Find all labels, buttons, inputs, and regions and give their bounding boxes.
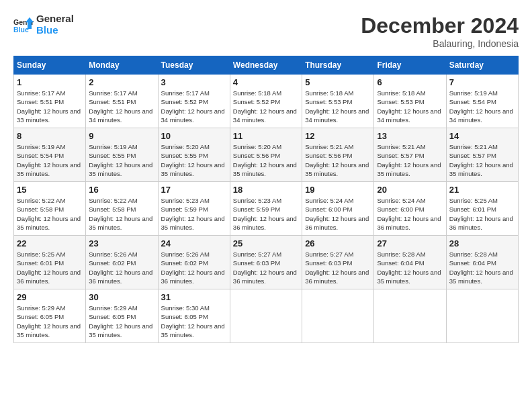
- sunrise-text: Sunrise: 5:28 AM: [449, 250, 515, 259]
- col-monday: Monday: [86, 56, 158, 75]
- calendar-cell: 14 Sunrise: 5:21 AM Sunset: 5:57 PM Dayl…: [446, 128, 518, 182]
- day-detail: Sunrise: 5:24 AM Sunset: 6:00 PM Dayligh…: [377, 196, 443, 232]
- sunset-text: Sunset: 6:05 PM: [17, 312, 83, 321]
- calendar-cell: 7 Sunrise: 5:19 AM Sunset: 5:54 PM Dayli…: [446, 75, 518, 128]
- sunset-text: Sunset: 5:54 PM: [17, 151, 83, 160]
- daylight-text: Daylight: 12 hours and 34 minutes.: [233, 107, 299, 125]
- calendar-cell: 31 Sunrise: 5:30 AM Sunset: 6:05 PM Dayl…: [158, 289, 230, 343]
- sunrise-text: Sunrise: 5:20 AM: [233, 142, 299, 151]
- calendar-cell: 28 Sunrise: 5:28 AM Sunset: 6:04 PM Dayl…: [446, 236, 518, 289]
- day-number: 30: [89, 292, 154, 302]
- day-detail: Sunrise: 5:25 AM Sunset: 6:01 PM Dayligh…: [449, 196, 515, 232]
- sunrise-text: Sunrise: 5:21 AM: [377, 142, 443, 151]
- sunrise-text: Sunrise: 5:25 AM: [17, 250, 83, 259]
- day-detail: Sunrise: 5:19 AM Sunset: 5:54 PM Dayligh…: [17, 142, 83, 178]
- sunrise-text: Sunrise: 5:23 AM: [233, 196, 299, 205]
- sunset-text: Sunset: 6:03 PM: [305, 259, 371, 267]
- daylight-text: Daylight: 12 hours and 35 minutes.: [89, 214, 154, 232]
- day-detail: Sunrise: 5:20 AM Sunset: 5:55 PM Dayligh…: [161, 142, 227, 178]
- month-title: December 2024: [361, 13, 519, 38]
- calendar-cell: 8 Sunrise: 5:19 AM Sunset: 5:54 PM Dayli…: [14, 128, 86, 182]
- calendar-table: Sunday Monday Tuesday Wednesday Thursday…: [13, 56, 519, 343]
- sunrise-text: Sunrise: 5:28 AM: [377, 250, 443, 259]
- daylight-text: Daylight: 12 hours and 36 minutes.: [377, 214, 443, 232]
- day-number: 31: [161, 292, 227, 302]
- logo: General Blue General Blue: [13, 13, 74, 36]
- calendar-cell: 3 Sunrise: 5:17 AM Sunset: 5:52 PM Dayli…: [158, 75, 230, 128]
- sunset-text: Sunset: 5:57 PM: [377, 151, 443, 160]
- day-detail: Sunrise: 5:21 AM Sunset: 5:57 PM Dayligh…: [449, 142, 515, 178]
- sunrise-text: Sunrise: 5:29 AM: [89, 304, 154, 312]
- calendar-cell: 1 Sunrise: 5:17 AM Sunset: 5:51 PM Dayli…: [14, 75, 86, 128]
- sunset-text: Sunset: 6:02 PM: [161, 259, 227, 267]
- sunset-text: Sunset: 5:52 PM: [233, 97, 299, 106]
- logo-blue: Blue: [36, 25, 74, 36]
- sunset-text: Sunset: 6:05 PM: [161, 312, 227, 321]
- title-block: December 2024 Balauring, Indonesia: [361, 13, 519, 49]
- sunset-text: Sunset: 5:53 PM: [305, 97, 371, 106]
- calendar-cell: 24 Sunrise: 5:26 AM Sunset: 6:02 PM Dayl…: [158, 236, 230, 289]
- sunrise-text: Sunrise: 5:21 AM: [449, 142, 515, 151]
- svg-text:Blue: Blue: [13, 25, 29, 33]
- sunset-text: Sunset: 6:01 PM: [17, 259, 83, 267]
- col-saturday: Saturday: [446, 56, 518, 75]
- daylight-text: Daylight: 12 hours and 35 minutes.: [161, 161, 227, 179]
- day-detail: Sunrise: 5:22 AM Sunset: 5:58 PM Dayligh…: [89, 196, 154, 232]
- daylight-text: Daylight: 12 hours and 36 minutes.: [305, 214, 371, 232]
- day-detail: Sunrise: 5:19 AM Sunset: 5:54 PM Dayligh…: [449, 89, 515, 124]
- daylight-text: Daylight: 12 hours and 36 minutes.: [233, 214, 299, 232]
- sunset-text: Sunset: 6:01 PM: [449, 205, 515, 214]
- day-detail: Sunrise: 5:18 AM Sunset: 5:52 PM Dayligh…: [233, 89, 299, 124]
- day-detail: Sunrise: 5:28 AM Sunset: 6:04 PM Dayligh…: [377, 250, 443, 285]
- day-number: 28: [449, 238, 515, 248]
- daylight-text: Daylight: 12 hours and 35 minutes.: [17, 322, 83, 340]
- daylight-text: Daylight: 12 hours and 35 minutes.: [449, 268, 515, 286]
- day-detail: Sunrise: 5:23 AM Sunset: 5:59 PM Dayligh…: [233, 196, 299, 232]
- sunrise-text: Sunrise: 5:27 AM: [233, 250, 299, 259]
- day-number: 1: [17, 77, 83, 87]
- day-number: 21: [449, 185, 515, 195]
- day-detail: Sunrise: 5:17 AM Sunset: 5:52 PM Dayligh…: [161, 89, 227, 124]
- calendar-week-row: 8 Sunrise: 5:19 AM Sunset: 5:54 PM Dayli…: [14, 128, 519, 182]
- sunset-text: Sunset: 5:59 PM: [161, 205, 227, 214]
- sunset-text: Sunset: 5:57 PM: [449, 151, 515, 160]
- day-detail: Sunrise: 5:17 AM Sunset: 5:51 PM Dayligh…: [89, 89, 154, 124]
- calendar-cell: 11 Sunrise: 5:20 AM Sunset: 5:56 PM Dayl…: [230, 128, 302, 182]
- daylight-text: Daylight: 12 hours and 35 minutes.: [449, 161, 515, 179]
- daylight-text: Daylight: 12 hours and 36 minutes.: [449, 214, 515, 232]
- sunrise-text: Sunrise: 5:20 AM: [161, 142, 227, 151]
- calendar-cell: 30 Sunrise: 5:29 AM Sunset: 6:05 PM Dayl…: [86, 289, 158, 343]
- sunset-text: Sunset: 6:04 PM: [449, 259, 515, 267]
- day-number: 14: [449, 131, 515, 141]
- logo-icon: General Blue: [13, 15, 34, 35]
- sunset-text: Sunset: 5:55 PM: [161, 151, 227, 160]
- day-detail: Sunrise: 5:23 AM Sunset: 5:59 PM Dayligh…: [161, 196, 227, 232]
- calendar-cell: 6 Sunrise: 5:18 AM Sunset: 5:53 PM Dayli…: [374, 75, 446, 128]
- daylight-text: Daylight: 12 hours and 35 minutes.: [17, 214, 83, 232]
- day-number: 23: [89, 238, 154, 248]
- day-detail: Sunrise: 5:27 AM Sunset: 6:03 PM Dayligh…: [305, 250, 371, 285]
- sunset-text: Sunset: 5:58 PM: [89, 205, 154, 214]
- sunrise-text: Sunrise: 5:22 AM: [17, 196, 83, 205]
- sunrise-text: Sunrise: 5:22 AM: [89, 196, 154, 205]
- col-sunday: Sunday: [14, 56, 86, 75]
- sunrise-text: Sunrise: 5:19 AM: [17, 142, 83, 151]
- calendar-cell: 9 Sunrise: 5:19 AM Sunset: 5:55 PM Dayli…: [86, 128, 158, 182]
- day-number: 10: [161, 131, 227, 141]
- day-number: 5: [305, 77, 371, 87]
- day-detail: Sunrise: 5:18 AM Sunset: 5:53 PM Dayligh…: [305, 89, 371, 124]
- sunrise-text: Sunrise: 5:23 AM: [161, 196, 227, 205]
- sunset-text: Sunset: 6:05 PM: [89, 312, 154, 321]
- calendar-cell: 20 Sunrise: 5:24 AM Sunset: 6:00 PM Dayl…: [374, 182, 446, 236]
- day-number: 2: [89, 77, 154, 87]
- daylight-text: Daylight: 12 hours and 35 minutes.: [89, 322, 154, 340]
- sunrise-text: Sunrise: 5:29 AM: [17, 304, 83, 312]
- calendar-week-row: 15 Sunrise: 5:22 AM Sunset: 5:58 PM Dayl…: [14, 182, 519, 236]
- sunrise-text: Sunrise: 5:27 AM: [305, 250, 371, 259]
- daylight-text: Daylight: 12 hours and 33 minutes.: [17, 107, 83, 125]
- location: Balauring, Indonesia: [361, 38, 519, 49]
- sunset-text: Sunset: 5:54 PM: [449, 97, 515, 106]
- col-friday: Friday: [374, 56, 446, 75]
- daylight-text: Daylight: 12 hours and 34 minutes.: [305, 107, 371, 125]
- day-number: 11: [233, 131, 299, 141]
